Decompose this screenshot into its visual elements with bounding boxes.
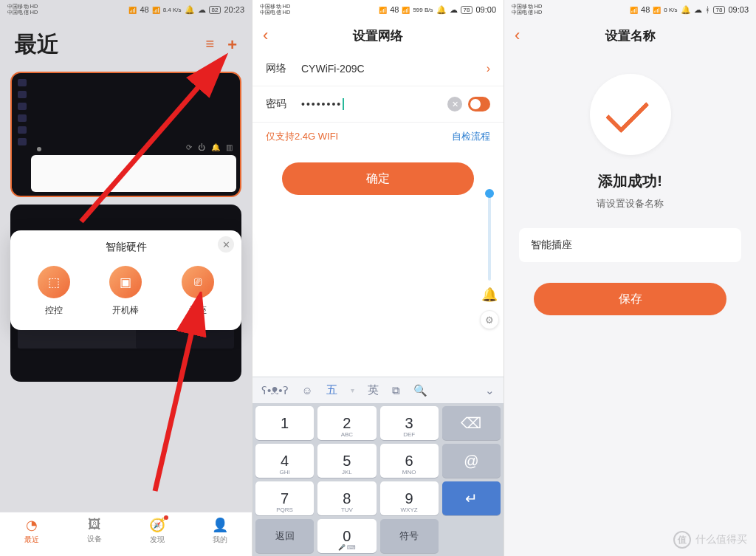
chevron-right-icon: › xyxy=(487,62,490,75)
visibility-toggle[interactable] xyxy=(468,97,490,111)
tab-discover[interactable]: 🧭 发现 xyxy=(126,517,189,556)
success-title: 添加成功! xyxy=(504,171,756,191)
search-icon[interactable]: 🔍 xyxy=(413,384,427,397)
self-check-link[interactable]: 自检流程 xyxy=(452,130,490,143)
device-name-input[interactable]: 智能插座 xyxy=(519,228,741,262)
success-indicator xyxy=(590,74,671,155)
bell-icon[interactable]: 🔔 xyxy=(481,286,498,303)
key-enter[interactable]: ↵ xyxy=(442,481,501,515)
hardware-option-bootstick[interactable]: ▣ 开机棒 xyxy=(109,266,142,317)
password-input[interactable]: •••••••• xyxy=(301,98,447,110)
key-2[interactable]: 2ABC xyxy=(317,406,376,440)
key-7[interactable]: 7PQRS xyxy=(255,481,314,515)
device-card-remote[interactable]: ⟳⏻🔔▥ xyxy=(10,72,241,197)
tab-mine[interactable]: 👤 我的 xyxy=(189,517,252,556)
bottom-nav: ◔ 最近 🖼 设备 🧭 发现 👤 我的 xyxy=(0,512,252,556)
status-bar: 中国移动 HD 中国电信 HD 48 0 K/s 🔔☁ ᚼ 78 09:03 xyxy=(504,0,756,19)
gear-icon[interactable]: ⚙ xyxy=(480,310,499,329)
page-title: 设置名称 xyxy=(504,27,756,44)
popup-title: 智能硬件 xyxy=(18,241,234,254)
smart-hardware-popup: ✕ 智能硬件 ⬚ 控控 ▣ 开机棒 ⎚ 插座 xyxy=(10,230,241,330)
key-9[interactable]: 9WXYZ xyxy=(380,481,439,515)
image-icon: 🖼 xyxy=(88,517,101,532)
save-button[interactable]: 保存 xyxy=(534,283,726,315)
close-icon[interactable]: ✕ xyxy=(218,236,234,253)
network-row[interactable]: 网络 CYWiFi-209C › xyxy=(252,52,504,86)
key-3[interactable]: 3DEF xyxy=(380,406,439,440)
status-bar: 中国移动 HD 中国电信 HD 48 599 B/s 🔔☁ 78 09:00 xyxy=(252,0,504,19)
person-icon: 👤 xyxy=(212,517,228,533)
key-return[interactable]: 返回 xyxy=(255,519,314,553)
bootstick-icon: ▣ xyxy=(109,266,142,298)
ime-wubi[interactable]: 五 xyxy=(326,383,337,397)
key-0[interactable]: 0🎤 ⌨ xyxy=(317,519,376,553)
hide-keyboard-icon[interactable]: ⌄ xyxy=(485,384,495,397)
network-value: CYWiFi-209C xyxy=(301,63,487,75)
key-backspace[interactable]: ⌫ xyxy=(442,406,501,440)
success-subtitle: 请设置设备名称 xyxy=(504,197,756,210)
status-bar: 中国移动 HD 中国电信 HD 48 8.4 K/s 🔔☁ 82 20:23 xyxy=(0,0,252,19)
emoji-icon[interactable]: ☺ xyxy=(302,384,313,397)
clear-icon[interactable]: ✕ xyxy=(447,97,462,111)
list-icon[interactable]: ≡ xyxy=(205,35,214,55)
password-row[interactable]: 密码 •••••••• ✕ xyxy=(252,86,504,123)
clipboard-icon[interactable]: ⧉ xyxy=(392,384,400,397)
key-symbols[interactable]: 符号 xyxy=(380,519,439,553)
baidu-ime-icon[interactable]: ʕ•ᴥ•ʔ xyxy=(261,384,289,397)
control-icon: ⬚ xyxy=(38,266,70,298)
checkmark-icon xyxy=(605,89,649,133)
add-icon[interactable]: + xyxy=(227,35,237,55)
wifi-warning: 仅支持2.4G WIFI xyxy=(266,130,338,143)
compass-icon: 🧭 xyxy=(149,517,165,533)
screen-recent: 中国移动 HD 中国电信 HD 48 8.4 K/s 🔔☁ 82 20:23 最… xyxy=(0,0,252,556)
watermark: 值 什么值得买 xyxy=(673,531,747,549)
screen-set-name: 中国移动 HD 中国电信 HD 48 0 K/s 🔔☁ ᚼ 78 09:03 ‹… xyxy=(504,0,756,556)
back-icon[interactable]: ‹ xyxy=(515,26,520,45)
hardware-option-socket[interactable]: ⎚ 插座 xyxy=(182,266,214,317)
confirm-button[interactable]: 确定 xyxy=(282,162,474,195)
clock-icon: ◔ xyxy=(26,517,38,533)
key-1[interactable]: 1 xyxy=(255,406,314,440)
keyboard: ʕ•ᴥ•ʔ ☺ 五▾ 英 ⧉ 🔍 ⌄ 1 2ABC 3DEF ⌫ 4GHI 5J… xyxy=(252,377,504,556)
key-4[interactable]: 4GHI xyxy=(255,444,314,478)
key-8[interactable]: 8TUV xyxy=(317,481,376,515)
tab-devices[interactable]: 🖼 设备 xyxy=(63,517,126,556)
tab-recent[interactable]: ◔ 最近 xyxy=(0,517,63,556)
page-title: 设置网络 xyxy=(252,27,504,44)
hardware-option-kongkong[interactable]: ⬚ 控控 xyxy=(38,266,70,317)
key-5[interactable]: 5JKL xyxy=(317,444,376,478)
socket-icon: ⎚ xyxy=(182,266,214,298)
ime-english[interactable]: 英 xyxy=(368,383,379,397)
back-icon[interactable]: ‹ xyxy=(263,26,268,45)
screen-set-network: 中国移动 HD 中国电信 HD 48 599 B/s 🔔☁ 78 09:00 ‹… xyxy=(252,0,504,556)
key-6[interactable]: 6MNO xyxy=(380,444,439,478)
page-title: 最近 xyxy=(15,30,59,60)
bluetooth-icon: ᚼ xyxy=(705,5,710,14)
slider-control[interactable]: 🔔 ⚙ xyxy=(480,192,499,329)
key-at[interactable]: @ xyxy=(442,444,501,478)
